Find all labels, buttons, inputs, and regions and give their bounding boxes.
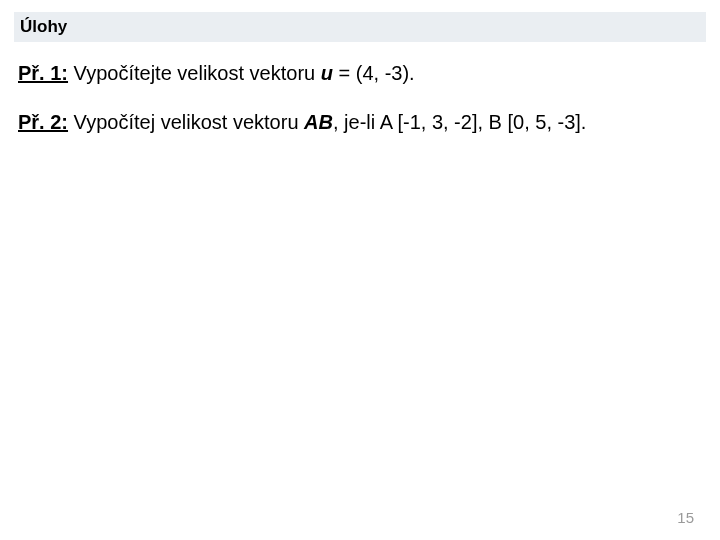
exercise-1-label: Př. 1: <box>18 62 68 84</box>
exercise-1-post: = (4, -3). <box>333 62 415 84</box>
exercise-1: Př. 1: Vypočítejte velikost vektoru u = … <box>18 60 702 87</box>
exercise-2-var: AB <box>304 111 333 133</box>
page-number: 15 <box>677 509 694 526</box>
title-bar: Úlohy <box>14 12 706 42</box>
slide-title: Úlohy <box>20 17 67 37</box>
exercise-2-label: Př. 2: <box>18 111 68 133</box>
exercise-2-post: , je-li A [-1, 3, -2], B [0, 5, -3]. <box>333 111 586 133</box>
exercise-2-pre: Vypočítej velikost vektoru <box>68 111 304 133</box>
exercise-2: Př. 2: Vypočítej velikost vektoru AB, je… <box>18 109 702 136</box>
content-area: Př. 1: Vypočítejte velikost vektoru u = … <box>18 60 702 158</box>
slide-container: Úlohy Př. 1: Vypočítejte velikost vektor… <box>0 0 720 540</box>
exercise-1-pre: Vypočítejte velikost vektoru <box>68 62 321 84</box>
exercise-1-var: u <box>321 62 333 84</box>
